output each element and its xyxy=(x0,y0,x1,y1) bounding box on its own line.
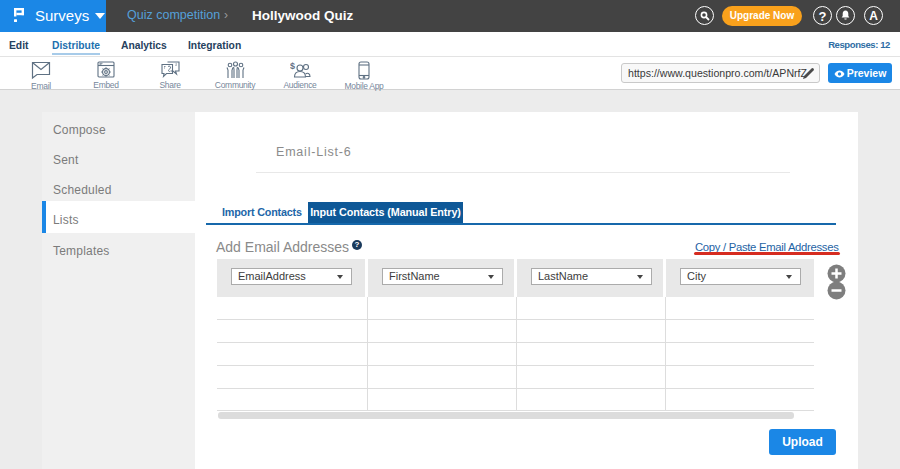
svg-text:$: $ xyxy=(290,61,295,71)
